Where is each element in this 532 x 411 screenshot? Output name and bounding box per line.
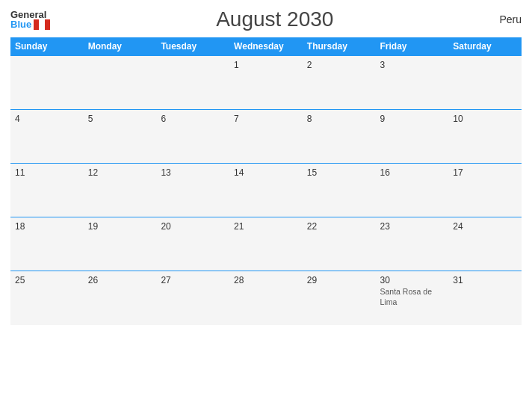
calendar-cell: 11 — [10, 164, 84, 217]
day-number: 5 — [88, 114, 152, 124]
country-label: Peru — [499, 13, 522, 25]
calendar-week-row: 11121314151617 — [10, 164, 522, 217]
calendar-cell: 21 — [229, 217, 303, 271]
day-number: 31 — [453, 275, 517, 285]
weekday-header-friday: Friday — [376, 37, 449, 56]
logo: General Blue — [10, 10, 50, 30]
calendar-cell: 25 — [10, 271, 84, 325]
day-number: 30 — [380, 275, 445, 285]
calendar-week-row: 123 — [10, 56, 522, 110]
calendar-cell: 29 — [303, 271, 376, 325]
svg-rect-1 — [39, 19, 45, 30]
calendar-cell — [156, 56, 229, 110]
calendar-cell: 9 — [376, 110, 449, 164]
day-number: 1 — [234, 60, 298, 70]
day-number: 2 — [307, 60, 371, 70]
calendar-cell — [84, 56, 157, 110]
logo-general-text: General — [10, 10, 46, 19]
day-number: 14 — [234, 167, 298, 178]
calendar-cell: 10 — [448, 110, 522, 164]
day-number: 18 — [15, 221, 79, 232]
calendar-cell: 20 — [156, 217, 229, 271]
weekday-header-tuesday: Tuesday — [156, 37, 229, 56]
day-number: 22 — [307, 221, 371, 232]
calendar-cell: 8 — [303, 110, 376, 164]
day-number: 20 — [161, 221, 225, 232]
svg-rect-0 — [34, 19, 39, 30]
weekday-header-wednesday: Wednesday — [229, 37, 303, 56]
calendar-cell: 12 — [84, 164, 157, 217]
day-number: 24 — [453, 221, 517, 232]
calendar-cell: 14 — [229, 164, 303, 217]
calendar-cell: 15 — [303, 164, 376, 217]
day-number: 11 — [15, 167, 79, 178]
calendar-cell: 28 — [229, 271, 303, 325]
calendar-cell: 13 — [156, 164, 229, 217]
svg-rect-2 — [45, 19, 50, 30]
calendar-cell: 19 — [84, 217, 157, 271]
calendar-cell: 4 — [10, 110, 84, 164]
day-number: 17 — [453, 167, 517, 178]
calendar-cell: 7 — [229, 110, 303, 164]
day-number: 4 — [15, 114, 79, 124]
calendar-page: General Blue August 2030 Peru SundayMond… — [0, 0, 532, 411]
day-number: 29 — [307, 275, 371, 285]
holiday-name: Santa Rosa de Lima — [380, 287, 445, 307]
day-number: 21 — [234, 221, 298, 232]
day-number: 26 — [88, 275, 152, 285]
weekday-header-row: SundayMondayTuesdayWednesdayThursdayFrid… — [10, 37, 522, 56]
calendar-cell: 6 — [156, 110, 229, 164]
day-number: 7 — [234, 114, 298, 124]
day-number: 12 — [88, 167, 152, 178]
day-number: 3 — [380, 60, 445, 70]
calendar-cell — [448, 56, 522, 110]
calendar-cell: 31 — [448, 271, 522, 325]
weekday-header-monday: Monday — [84, 37, 157, 56]
day-number: 15 — [307, 167, 371, 178]
header: General Blue August 2030 Peru — [10, 7, 522, 31]
calendar-cell: 24 — [448, 217, 522, 271]
day-number: 28 — [234, 275, 298, 285]
calendar-cell: 3 — [376, 56, 449, 110]
weekday-header-thursday: Thursday — [303, 37, 376, 56]
day-number: 19 — [88, 221, 152, 232]
calendar-cell: 5 — [84, 110, 157, 164]
day-number: 9 — [380, 114, 445, 124]
day-number: 13 — [161, 167, 225, 178]
calendar-week-row: 45678910 — [10, 110, 522, 164]
calendar-week-row: 18192021222324 — [10, 217, 522, 271]
calendar-cell: 17 — [448, 164, 522, 217]
calendar-cell: 22 — [303, 217, 376, 271]
calendar-cell: 26 — [84, 271, 157, 325]
calendar-cell: 27 — [156, 271, 229, 325]
day-number: 8 — [307, 114, 371, 124]
calendar-cell: 30Santa Rosa de Lima — [376, 271, 449, 325]
day-number: 27 — [161, 275, 225, 285]
calendar-title: August 2030 — [50, 7, 499, 31]
day-number: 16 — [380, 167, 445, 178]
day-number: 10 — [453, 114, 517, 124]
calendar-cell: 16 — [376, 164, 449, 217]
weekday-header-sunday: Sunday — [10, 37, 84, 56]
calendar-cell — [10, 56, 84, 110]
calendar-cell: 18 — [10, 217, 84, 271]
calendar-cell: 1 — [229, 56, 303, 110]
flag-icon — [34, 19, 50, 30]
logo-blue-text: Blue — [10, 19, 31, 29]
day-number: 23 — [380, 221, 445, 232]
calendar-table: SundayMondayTuesdayWednesdayThursdayFrid… — [10, 37, 522, 325]
calendar-cell: 2 — [303, 56, 376, 110]
day-number: 6 — [161, 114, 225, 124]
weekday-header-saturday: Saturday — [448, 37, 522, 56]
day-number: 25 — [15, 275, 79, 285]
calendar-week-row: 252627282930Santa Rosa de Lima31 — [10, 271, 522, 325]
calendar-cell: 23 — [376, 217, 449, 271]
